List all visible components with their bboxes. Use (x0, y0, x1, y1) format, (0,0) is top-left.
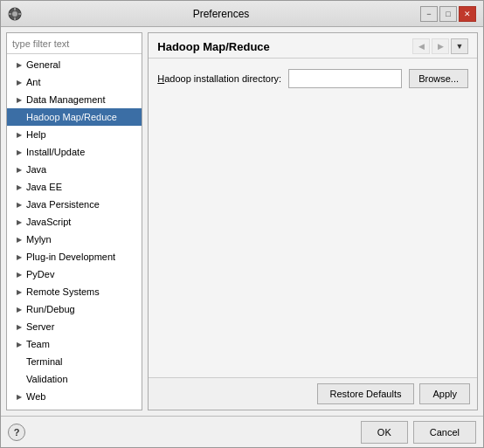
tree-item-label: Team (26, 339, 50, 349)
window-title: Preferences (22, 8, 420, 20)
nav-dropdown-button[interactable]: ▼ (451, 38, 468, 54)
tree-item-java[interactable]: ▶ Java (7, 161, 142, 178)
tree-item-label: Data Management (26, 94, 106, 105)
tree-item-label: Web (26, 391, 45, 402)
tree-item-label: Java Persistence (26, 199, 100, 210)
tree-item-label: Validation (26, 374, 68, 384)
arrow-icon: ▶ (14, 59, 24, 70)
arrow-icon: ▶ (14, 129, 24, 140)
hadoop-dir-input[interactable] (288, 69, 402, 88)
tree-item-label: Web Services (26, 409, 86, 410)
browse-button[interactable]: Browse... (409, 69, 468, 88)
left-panel: ▶ General ▶ Ant ▶ Data Management Hadoop… (6, 32, 142, 410)
help-button[interactable]: ? (8, 424, 25, 441)
arrow-icon: ▶ (14, 269, 24, 279)
tree-view: ▶ General ▶ Ant ▶ Data Management Hadoop… (7, 54, 142, 410)
tree-item-label: Java EE (26, 182, 62, 192)
arrow-icon: ▶ (14, 234, 24, 245)
tree-item-java-persistence[interactable]: ▶ Java Persistence (7, 196, 142, 213)
right-header: Hadoop Map/Reduce ◀ ▶ ▼ (149, 33, 477, 59)
tree-item-help[interactable]: ▶ Help (7, 126, 142, 143)
header-nav: ◀ ▶ ▼ (412, 38, 468, 54)
minimize-button[interactable]: − (420, 6, 438, 22)
filter-input[interactable] (7, 33, 142, 54)
svg-point-1 (12, 11, 17, 17)
arrow-icon: ▶ (14, 94, 24, 105)
tree-item-validation[interactable]: Validation (7, 370, 142, 388)
tree-item-general[interactable]: ▶ General (7, 56, 142, 73)
window-controls: − □ ✕ (420, 6, 476, 22)
arrow-icon: ▶ (14, 77, 24, 87)
tree-item-label: Install/Update (26, 147, 85, 157)
right-footer: Restore Defaults Apply (149, 377, 477, 410)
tree-item-pydev[interactable]: ▶ PyDev (7, 265, 142, 283)
hadoop-dir-label: Hadoop installation directory: (157, 73, 281, 84)
tree-item-terminal[interactable]: Terminal (7, 353, 142, 370)
tree-item-server[interactable]: ▶ Server (7, 318, 142, 335)
tree-item-hadoop[interactable]: Hadoop Map/Reduce (7, 108, 142, 126)
arrow-icon: ▶ (14, 286, 24, 297)
tree-item-label: Remote Systems (26, 286, 100, 297)
arrow-icon: ▶ (14, 199, 24, 210)
preferences-window: Preferences − □ ✕ ▶ General ▶ Ant ▶ (0, 0, 484, 448)
tree-item-label: Help (26, 129, 46, 140)
maximize-button[interactable]: □ (439, 6, 457, 22)
tree-item-label: Ant (26, 77, 41, 87)
tree-item-run-debug[interactable]: ▶ Run/Debug (7, 300, 142, 318)
ok-button[interactable]: OK (361, 421, 408, 444)
tree-item-label: General (26, 59, 60, 70)
cancel-button[interactable]: Cancel (413, 421, 476, 444)
tree-item-ant[interactable]: ▶ Ant (7, 73, 142, 91)
right-panel: Hadoop Map/Reduce ◀ ▶ ▼ Hadoop installat… (148, 32, 478, 410)
title-bar: Preferences − □ ✕ (1, 1, 483, 27)
arrow-icon: ▶ (14, 252, 24, 262)
tree-item-label: Terminal (26, 356, 63, 367)
arrow-icon: ▶ (14, 147, 24, 157)
arrow-icon: ▶ (14, 391, 24, 402)
apply-button[interactable]: Apply (419, 383, 470, 404)
tree-item-install-update[interactable]: ▶ Install/Update (7, 143, 142, 161)
arrow-icon: ▶ (14, 304, 24, 314)
arrow-icon: ▶ (14, 182, 24, 192)
tree-item-label: PyDev (26, 269, 54, 279)
tree-item-data-management[interactable]: ▶ Data Management (7, 91, 142, 108)
arrow-icon: ▶ (14, 409, 24, 410)
arrow-icon: ▶ (14, 321, 24, 332)
tree-item-mylyn[interactable]: ▶ Mylyn (7, 231, 142, 248)
tree-item-remote-systems[interactable]: ▶ Remote Systems (7, 283, 142, 300)
tree-item-label: Hadoop Map/Reduce (26, 112, 117, 122)
tree-item-web-services[interactable]: ▶ Web Services (7, 405, 142, 410)
tree-item-web[interactable]: ▶ Web (7, 388, 142, 405)
arrow-icon: ▶ (14, 339, 24, 349)
arrow-icon: ▶ (14, 217, 24, 227)
tree-item-java-ee[interactable]: ▶ Java EE (7, 178, 142, 196)
tree-item-javascript[interactable]: ▶ JavaScript (7, 213, 142, 231)
right-panel-title: Hadoop Map/Reduce (157, 40, 270, 53)
restore-defaults-button[interactable]: Restore Defaults (317, 383, 415, 404)
right-content: Hadoop installation directory: Browse... (149, 59, 477, 377)
tree-item-label: Plug-in Development (26, 252, 115, 262)
nav-back-button[interactable]: ◀ (412, 38, 430, 54)
tree-item-plugin-dev[interactable]: ▶ Plug-in Development (7, 248, 142, 265)
tree-item-label: Mylyn (26, 234, 52, 245)
app-icon (8, 7, 22, 21)
tree-item-team[interactable]: ▶ Team (7, 335, 142, 353)
tree-item-label: Run/Debug (26, 304, 75, 314)
close-button[interactable]: ✕ (459, 6, 476, 22)
hadoop-dir-row: Hadoop installation directory: Browse... (157, 69, 468, 88)
content-area: ▶ General ▶ Ant ▶ Data Management Hadoop… (1, 27, 483, 416)
arrow-icon: ▶ (14, 164, 24, 175)
bottom-right: OK Cancel (361, 421, 476, 444)
tree-item-label: Server (26, 321, 54, 332)
nav-forward-button[interactable]: ▶ (432, 38, 449, 54)
bottom-left: ? (8, 424, 25, 441)
bottom-bar: ? OK Cancel (1, 416, 483, 447)
tree-item-label: Java (26, 164, 46, 175)
tree-item-label: JavaScript (26, 217, 71, 227)
